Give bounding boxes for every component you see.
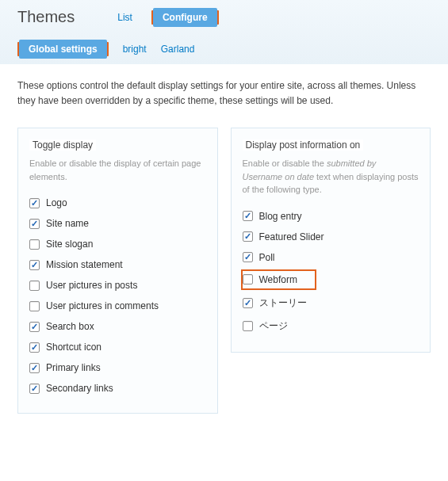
option-site-slogan[interactable]: Site slogan xyxy=(29,234,206,254)
option-user-pics-posts[interactable]: User pictures in posts xyxy=(29,275,206,296)
label-logo: Logo xyxy=(46,197,67,208)
option-story[interactable]: ストーリー xyxy=(243,292,419,315)
checkbox-story[interactable] xyxy=(243,298,253,308)
checkbox-user-pics-comments[interactable] xyxy=(29,301,40,311)
title-row: Themes List Configure xyxy=(17,8,431,37)
option-logo[interactable]: Logo xyxy=(29,193,206,213)
fieldset-post-info: Display post information on Enable or di… xyxy=(231,128,431,353)
checkbox-search[interactable] xyxy=(29,322,40,332)
checkbox-logo[interactable] xyxy=(29,198,40,208)
label-webform: Webform xyxy=(259,274,297,285)
tab-configure[interactable]: Configure xyxy=(153,8,217,27)
option-mission[interactable]: Mission statement xyxy=(29,254,206,275)
highlight-global-settings: Global settings xyxy=(17,42,109,56)
option-poll[interactable]: Poll xyxy=(243,247,419,268)
subtab-garland[interactable]: Garland xyxy=(161,44,195,55)
checkbox-site-slogan[interactable] xyxy=(29,239,40,250)
checkbox-slider[interactable] xyxy=(243,231,253,242)
label-blog: Blog entry xyxy=(259,211,302,222)
intro-text: These options control the default displa… xyxy=(17,78,431,109)
option-secondary[interactable]: Secondary links xyxy=(29,378,206,399)
highlight-configure: Configure xyxy=(151,10,219,25)
columns: Toggle display Enable or disable the dis… xyxy=(17,128,431,414)
sub-tabs: Global settings bright Garland xyxy=(17,37,431,64)
fieldset-legend-toggle: Toggle display xyxy=(29,139,96,151)
option-slider[interactable]: Featured Slider xyxy=(243,227,419,247)
checkbox-poll[interactable] xyxy=(243,252,253,262)
label-search: Search box xyxy=(46,321,94,332)
checkbox-page[interactable] xyxy=(243,321,253,331)
label-page: ページ xyxy=(259,319,288,333)
option-site-name[interactable]: Site name xyxy=(29,213,206,234)
label-primary: Primary links xyxy=(46,362,101,373)
content: These options control the default displa… xyxy=(0,64,448,428)
option-shortcut[interactable]: Shortcut icon xyxy=(29,337,206,357)
fieldset-desc-toggle: Enable or disable the display of certain… xyxy=(29,157,206,183)
label-shortcut: Shortcut icon xyxy=(46,342,101,353)
option-page[interactable]: ページ xyxy=(243,315,419,338)
checkbox-webform[interactable] xyxy=(243,274,253,284)
label-site-slogan: Site slogan xyxy=(46,239,93,250)
checkbox-primary[interactable] xyxy=(29,363,40,373)
label-slider: Featured Slider xyxy=(259,231,324,242)
label-site-name: Site name xyxy=(46,218,89,229)
label-user-pics-comments: User pictures in comments xyxy=(46,300,159,311)
checkbox-user-pics-posts[interactable] xyxy=(29,281,40,291)
label-secondary: Secondary links xyxy=(46,383,113,394)
fieldset-toggle-display: Toggle display Enable or disable the dis… xyxy=(17,128,218,414)
checkbox-site-name[interactable] xyxy=(29,219,40,229)
tab-list[interactable]: List xyxy=(117,12,132,23)
label-story: ストーリー xyxy=(259,296,307,310)
fieldset-legend-postinfo: Display post information on xyxy=(243,139,364,151)
option-primary[interactable]: Primary links xyxy=(29,357,206,378)
option-blog[interactable]: Blog entry xyxy=(243,206,419,227)
page-header: Themes List Configure Global settings br… xyxy=(0,0,448,64)
checkbox-secondary[interactable] xyxy=(29,384,40,394)
label-poll: Poll xyxy=(259,252,275,263)
option-search[interactable]: Search box xyxy=(29,316,206,337)
subtab-global-settings[interactable]: Global settings xyxy=(19,40,107,59)
label-user-pics-posts: User pictures in posts xyxy=(46,280,137,291)
option-user-pics-comments[interactable]: User pictures in comments xyxy=(29,296,206,316)
fieldset-desc-postinfo: Enable or disable the submitted by Usern… xyxy=(243,157,419,197)
page-title: Themes xyxy=(17,8,98,26)
subtab-bright[interactable]: bright xyxy=(123,44,147,55)
highlight-webform: Webform xyxy=(241,269,316,290)
checkbox-shortcut[interactable] xyxy=(29,342,40,353)
checkbox-blog[interactable] xyxy=(243,211,253,221)
checkbox-mission[interactable] xyxy=(29,260,40,270)
label-mission: Mission statement xyxy=(46,259,123,270)
